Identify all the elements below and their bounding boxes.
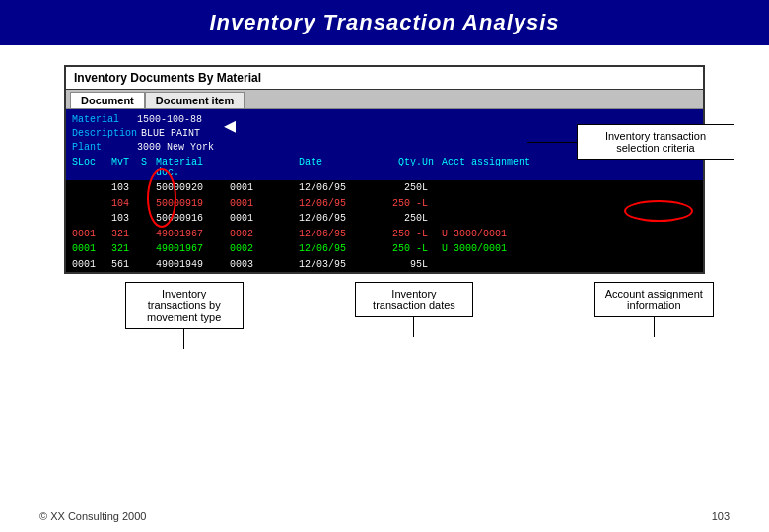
criteria-label: Inventory transactionselection criteria [577, 124, 734, 160]
table-row: 0001 321 49001967 0002 12/06/95 250 - L … [66, 241, 703, 257]
header-bar: Inventory Transaction Analysis [0, 0, 769, 45]
transaction-dates-label: Inventory transaction dates [355, 282, 473, 317]
criteria-arrow [527, 142, 577, 143]
center-arrow-line [413, 317, 414, 337]
page-number: 103 [712, 510, 730, 522]
tab-bar: Document Document item [66, 90, 703, 109]
left-annotation: Inventory transactions by movement type [120, 282, 248, 349]
header-doc [230, 157, 299, 178]
right-annotation: Account assignment information [580, 282, 728, 337]
copyright-text: © XX Consulting 2000 [39, 510, 146, 522]
header-qty: Qty. [363, 157, 422, 178]
right-arrow-line [654, 317, 655, 337]
header-un: Un [422, 157, 442, 178]
selection-criteria-callout: Inventory transactionselection criteria [577, 124, 734, 160]
tab-document[interactable]: Document [70, 92, 145, 108]
material-label: Material [72, 113, 137, 127]
header-material: Material doc. [156, 157, 230, 178]
center-annotation: Inventory transaction dates [350, 282, 478, 337]
table-row: 103 50000916 0001 12/06/95 250 L [66, 211, 703, 227]
table-row: 0001 561 49001949 0003 12/03/95 95 L [66, 257, 703, 273]
description-label: Description [72, 127, 137, 141]
screen-title: Inventory Documents By Material [66, 67, 703, 90]
header-s: S [141, 157, 156, 178]
description-value: BLUE PAINT [141, 127, 200, 141]
plant-label: Plant [72, 141, 137, 155]
tab-document-item[interactable]: Document item [145, 92, 245, 108]
account-assignment-label: Account assignment information [594, 282, 714, 317]
movement-type-label: Inventory transactions by movement type [125, 282, 244, 329]
table-row: 0001 321 49001967 0002 12/06/95 250 - L … [66, 227, 703, 242]
header-mvt: MvT [111, 157, 141, 178]
arrow-indicator: ◀ [224, 113, 236, 138]
material-value: 1500-100-88 [137, 113, 202, 127]
header-acct: Acct assignment [442, 157, 530, 178]
page-title: Inventory Transaction Analysis [209, 10, 559, 34]
sap-table: SLoc MvT S Material doc. Date Qty. Un Ac… [66, 155, 703, 272]
table-row: 103 50000920 0001 12/06/95 250 L [66, 180, 703, 196]
table-body: 103 50000920 0001 12/06/95 250 L 104 500… [66, 180, 703, 272]
footer: © XX Consulting 2000 103 [39, 510, 730, 522]
header-date: Date [299, 157, 363, 178]
header-sloc: SLoc [72, 157, 111, 178]
left-arrow-line [183, 329, 184, 349]
table-row: 104 50000919 0001 12/06/95 250 - L [66, 196, 703, 212]
sap-screen-box: Inventory Documents By Material Document… [64, 65, 705, 274]
plant-value: 3000 New York [137, 141, 214, 155]
